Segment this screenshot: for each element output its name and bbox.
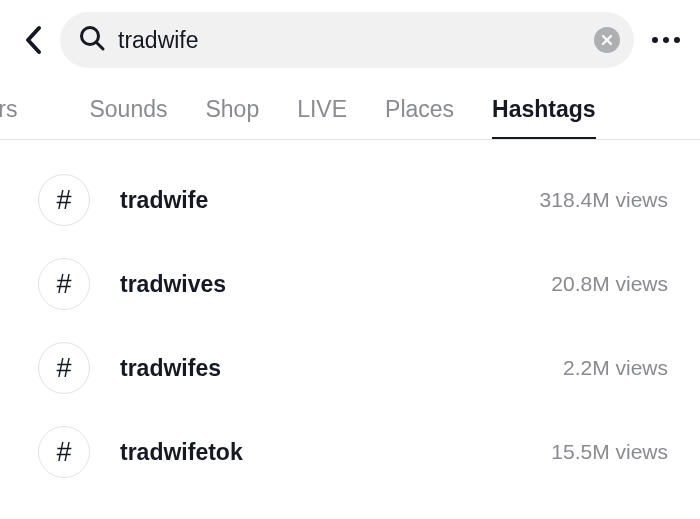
hashtag-views: 318.4M views [540, 188, 668, 212]
more-icon [674, 37, 680, 43]
hashtag-views: 20.8M views [551, 272, 668, 296]
search-tabs: sersSoundsShopLIVEPlacesHashtags [0, 84, 700, 140]
tab-hashtags[interactable]: Hashtags [492, 84, 596, 140]
search-bar[interactable] [60, 12, 634, 68]
hashtag-symbol: # [56, 269, 71, 300]
search-input[interactable] [118, 27, 594, 54]
hashtag-result-row[interactable]: #tradwifes2.2M views [0, 326, 700, 410]
hashtag-views: 15.5M views [551, 440, 668, 464]
back-button[interactable] [24, 25, 44, 55]
hashtag-result-row[interactable]: #tradwives20.8M views [0, 242, 700, 326]
hashtag-icon: # [38, 258, 90, 310]
hashtag-icon: # [38, 342, 90, 394]
hashtag-name: tradwifetok [120, 439, 551, 466]
more-icon [663, 37, 669, 43]
clear-search-button[interactable] [594, 27, 620, 53]
svg-line-1 [97, 43, 104, 50]
more-options-button[interactable] [652, 37, 680, 43]
hashtag-name: tradwife [120, 187, 540, 214]
hashtag-symbol: # [56, 437, 71, 468]
hashtag-symbol: # [56, 185, 71, 216]
hashtag-name: tradwifes [120, 355, 563, 382]
more-icon [652, 37, 658, 43]
tab-sounds[interactable]: Sounds [89, 84, 167, 139]
tab-places[interactable]: Places [385, 84, 454, 139]
hashtag-name: tradwives [120, 271, 551, 298]
close-icon [601, 34, 613, 46]
hashtag-icon: # [38, 174, 90, 226]
tab-shop[interactable]: Shop [205, 84, 259, 139]
hashtag-result-row[interactable]: #tradwifetok15.5M views [0, 410, 700, 494]
hashtag-result-row[interactable]: #tradwife318.4M views [0, 158, 700, 242]
tab-live[interactable]: LIVE [297, 84, 347, 139]
hashtag-symbol: # [56, 353, 71, 384]
search-icon [78, 24, 106, 56]
hashtag-views: 2.2M views [563, 356, 668, 380]
tab-sers[interactable]: sers [0, 84, 17, 139]
search-results: #tradwife318.4M views#tradwives20.8M vie… [0, 140, 700, 494]
hashtag-icon: # [38, 426, 90, 478]
header [0, 0, 700, 84]
back-chevron-icon [24, 25, 44, 55]
